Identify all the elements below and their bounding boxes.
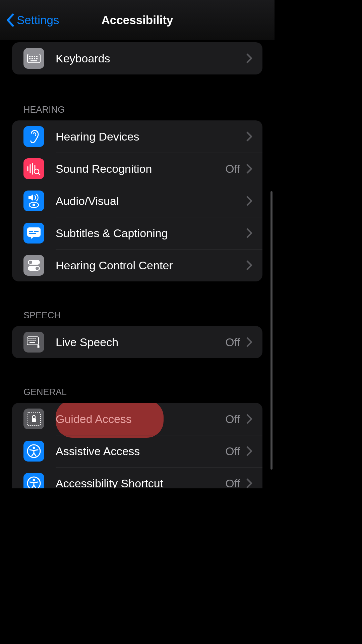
- guided-access-icon: [23, 409, 44, 429]
- section-header-hearing: Hearing: [23, 105, 262, 115]
- sound-recognition-icon: [23, 158, 44, 179]
- svg-rect-31: [28, 340, 29, 341]
- row-label: Guided Access: [56, 413, 225, 426]
- live-speech-icon: [23, 332, 44, 353]
- page-title: Accessibility: [102, 13, 173, 27]
- svg-point-23: [29, 261, 32, 264]
- svg-point-42: [33, 447, 35, 449]
- row-label: Accessibility Shortcut: [56, 477, 225, 489]
- row-label: Keyboards: [56, 52, 246, 65]
- svg-rect-3: [34, 56, 35, 57]
- svg-rect-20: [34, 231, 39, 232]
- group-speech: Live Speech Off: [12, 326, 262, 358]
- svg-rect-18: [27, 227, 41, 237]
- row-label: Hearing Control Center: [56, 259, 246, 272]
- svg-rect-4: [36, 56, 38, 57]
- svg-rect-8: [36, 58, 38, 59]
- back-button[interactable]: Settings: [5, 13, 59, 27]
- svg-rect-33: [33, 340, 34, 341]
- svg-rect-2: [32, 56, 33, 57]
- svg-point-44: [33, 479, 35, 481]
- subtitles-icon: [23, 223, 44, 244]
- row-value: Off: [225, 336, 240, 349]
- row-sound-recognition[interactable]: Sound Recognition Off: [12, 153, 262, 185]
- row-accessibility-shortcut[interactable]: Accessibility Shortcut Off: [12, 467, 262, 488]
- chevron-left-icon: [5, 13, 15, 27]
- row-audio-visual[interactable]: Audio/Visual: [12, 185, 262, 217]
- svg-rect-30: [35, 338, 36, 339]
- group-hearing: Hearing Devices Sound Recognition Off: [12, 120, 262, 281]
- chevron-right-icon: [246, 446, 252, 456]
- row-label: Audio/Visual: [56, 195, 246, 208]
- accessibility-icon: [23, 441, 44, 462]
- scrollbar[interactable]: [270, 191, 273, 470]
- row-label: Live Speech: [56, 336, 225, 349]
- section-header-general: General: [23, 387, 262, 397]
- navigation-header: Settings Accessibility: [0, 0, 275, 40]
- svg-rect-7: [34, 58, 35, 59]
- chevron-right-icon: [246, 196, 252, 206]
- row-label: Subtitles & Captioning: [56, 227, 246, 240]
- svg-rect-29: [33, 338, 34, 339]
- row-value: Off: [225, 413, 240, 426]
- svg-rect-27: [28, 338, 29, 339]
- row-value: Off: [225, 445, 240, 458]
- chevron-right-icon: [246, 131, 252, 142]
- row-assistive-access[interactable]: Assistive Access Off: [12, 435, 262, 467]
- svg-rect-35: [29, 342, 35, 343]
- chevron-right-icon: [246, 228, 252, 238]
- row-live-speech[interactable]: Live Speech Off: [12, 326, 262, 358]
- chevron-right-icon: [246, 337, 252, 347]
- settings-content: Keyboards Hearing Hearing Devices: [0, 42, 275, 488]
- svg-rect-9: [31, 60, 37, 61]
- svg-point-25: [36, 267, 39, 270]
- svg-rect-28: [31, 338, 32, 339]
- accessibility-icon: [23, 473, 44, 488]
- row-subtitles-captioning[interactable]: Subtitles & Captioning: [12, 217, 262, 249]
- back-label: Settings: [17, 13, 59, 27]
- svg-rect-6: [32, 58, 33, 59]
- row-label: Sound Recognition: [56, 162, 225, 175]
- group-physical: Keyboards: [12, 42, 262, 74]
- toggles-icon: [23, 255, 44, 276]
- chevron-right-icon: [246, 478, 252, 488]
- chevron-right-icon: [246, 164, 252, 174]
- svg-rect-32: [31, 340, 32, 341]
- ear-icon: [23, 126, 44, 147]
- row-label: Assistive Access: [56, 445, 225, 458]
- svg-rect-40: [32, 418, 36, 422]
- chevron-right-icon: [246, 53, 252, 63]
- row-value: Off: [225, 162, 240, 175]
- row-keyboards[interactable]: Keyboards: [12, 42, 262, 74]
- row-label: Hearing Devices: [56, 130, 246, 143]
- svg-rect-21: [29, 233, 36, 234]
- row-hearing-control-center[interactable]: Hearing Control Center: [12, 249, 262, 281]
- row-guided-access[interactable]: Guided Access Off: [12, 403, 262, 435]
- chevron-right-icon: [246, 260, 252, 270]
- svg-point-17: [33, 204, 35, 206]
- group-general: Guided Access Off Assistive Access Off: [12, 403, 262, 488]
- svg-rect-34: [35, 340, 36, 341]
- section-header-speech: Speech: [23, 310, 262, 321]
- svg-rect-19: [29, 231, 33, 232]
- row-hearing-devices[interactable]: Hearing Devices: [12, 120, 262, 153]
- row-value: Off: [225, 477, 240, 489]
- svg-line-15: [38, 173, 40, 175]
- chevron-right-icon: [246, 414, 252, 424]
- keyboard-icon: [23, 48, 44, 69]
- svg-rect-1: [29, 56, 31, 57]
- svg-rect-5: [29, 58, 31, 59]
- audio-visual-icon: [23, 191, 44, 211]
